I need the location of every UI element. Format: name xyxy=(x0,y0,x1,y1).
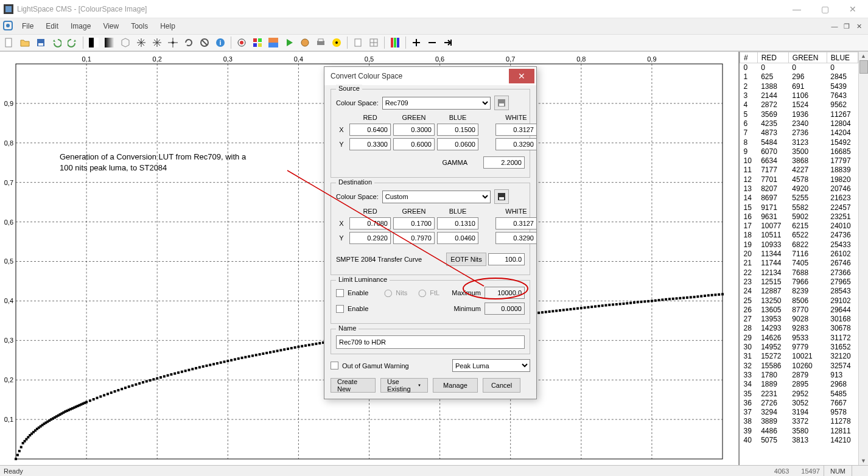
table-row[interactable]: 31152721002132120 xyxy=(740,352,858,361)
table-row[interactable]: 213886915439 xyxy=(740,82,858,91)
table-row[interactable]: 36272630527667 xyxy=(740,398,858,407)
table-row[interactable]: 16252962845 xyxy=(740,72,858,82)
table-row[interactable]: 2914626953331172 xyxy=(740,333,858,342)
refresh-icon[interactable] xyxy=(182,36,195,49)
table-row[interactable]: 85484312315492 xyxy=(740,138,858,147)
target-icon[interactable] xyxy=(425,36,439,49)
dst-red-x[interactable] xyxy=(349,217,391,229)
table-row[interactable]: 34188928952968 xyxy=(740,380,858,389)
scroll-up-icon[interactable]: ▲ xyxy=(861,52,866,60)
table-row[interactable]: 2312515796627965 xyxy=(740,277,858,286)
snowflake-icon[interactable] xyxy=(150,36,164,49)
eotf-nits-input[interactable] xyxy=(488,253,525,265)
table-row[interactable]: 2713953902830168 xyxy=(740,315,858,324)
manage-button[interactable]: Manage xyxy=(433,378,478,393)
grid-icon[interactable] xyxy=(367,36,380,49)
table-row[interactable]: 1710077621524010 xyxy=(740,222,858,231)
menu-edit[interactable]: Edit xyxy=(41,19,63,33)
table-scrollbar[interactable]: ▲ ▼ xyxy=(858,52,868,465)
save-icon[interactable] xyxy=(34,36,47,49)
table-row[interactable]: 53569193611267 xyxy=(740,110,858,119)
save-dest-icon[interactable] xyxy=(494,189,509,204)
table-row[interactable]: 32155861026032574 xyxy=(740,361,858,370)
menu-image[interactable]: Image xyxy=(66,19,96,33)
table-row[interactable]: 3317802879913 xyxy=(740,370,858,379)
burst2-icon[interactable] xyxy=(166,36,180,49)
dst-green-y[interactable] xyxy=(393,232,435,244)
dst-blue-y[interactable] xyxy=(437,232,478,244)
minimize-button[interactable]: — xyxy=(783,0,811,18)
min-enable-checkbox[interactable] xyxy=(336,305,344,313)
src-blue-y[interactable] xyxy=(437,138,478,150)
scroll-thumb[interactable] xyxy=(859,60,868,74)
dst-green-x[interactable] xyxy=(393,217,435,229)
play-icon[interactable] xyxy=(282,36,296,49)
table-row[interactable]: 2111744740526746 xyxy=(740,259,858,268)
burst-icon[interactable] xyxy=(135,36,148,49)
table-row[interactable]: 0000 xyxy=(740,63,858,72)
src-blue-x[interactable] xyxy=(437,124,478,136)
gamut-mode-select[interactable]: Peak Luma xyxy=(452,359,530,372)
clipboard-icon[interactable] xyxy=(351,36,365,49)
cube-icon[interactable] xyxy=(119,36,132,49)
dst-blue-x[interactable] xyxy=(437,217,478,229)
menu-tools[interactable]: Tools xyxy=(126,19,153,33)
mdi-minimize-icon[interactable]: — xyxy=(829,21,840,32)
table-row[interactable]: 2412887823928543 xyxy=(740,287,858,296)
max-enable-checkbox[interactable] xyxy=(336,289,344,297)
create-new-button[interactable]: Create New xyxy=(331,378,376,393)
col-green[interactable]: GREEN xyxy=(788,52,827,63)
cancel-button[interactable]: Cancel xyxy=(483,378,520,393)
gamut-warning-checkbox[interactable] xyxy=(331,362,338,369)
dst-white-y[interactable] xyxy=(495,232,537,244)
close-button[interactable]: ✕ xyxy=(839,0,867,18)
colors-icon[interactable] xyxy=(251,36,264,49)
menu-view[interactable]: View xyxy=(98,19,124,33)
src-green-x[interactable] xyxy=(393,124,435,136)
src-white-x[interactable] xyxy=(495,124,537,136)
table-row[interactable]: 3214411067643 xyxy=(740,91,858,100)
src-gamma[interactable] xyxy=(483,156,525,169)
grayscale-icon[interactable] xyxy=(87,36,100,49)
table-row[interactable]: 169631590223251 xyxy=(740,212,858,221)
col-blue[interactable]: BLUE xyxy=(827,52,858,63)
table-row[interactable]: 35223129525485 xyxy=(740,389,858,398)
table-row[interactable]: 106634386817797 xyxy=(740,156,858,165)
table-row[interactable]: 2011344711626102 xyxy=(740,249,858,258)
table-row[interactable]: 2814293928330678 xyxy=(740,324,858,333)
table-row[interactable]: 159171558222457 xyxy=(740,203,858,212)
dialog-titlebar[interactable]: Convert Colour Space ✕ xyxy=(324,67,536,85)
use-existing-button[interactable]: Use Existing▼ xyxy=(380,378,428,393)
mdi-close-icon[interactable]: ✕ xyxy=(853,21,864,32)
table-row[interactable]: 1810511652224736 xyxy=(740,231,858,240)
rgb-bars-icon[interactable] xyxy=(388,36,402,49)
table-row[interactable]: 394486358012811 xyxy=(740,426,858,435)
redo-icon[interactable] xyxy=(66,36,79,49)
save-source-icon[interactable] xyxy=(494,96,509,110)
table-row[interactable]: 138207492020746 xyxy=(740,184,858,193)
gradient-icon[interactable] xyxy=(103,36,116,49)
col-index[interactable]: # xyxy=(740,52,758,63)
dialog-close-button[interactable]: ✕ xyxy=(509,69,534,83)
new-file-icon[interactable] xyxy=(2,36,16,49)
name-input[interactable] xyxy=(336,335,525,349)
dst-white-x[interactable] xyxy=(495,217,537,229)
src-red-y[interactable] xyxy=(349,138,391,150)
table-row[interactable]: 3014952977931652 xyxy=(740,342,858,351)
table-row[interactable]: 96070350016685 xyxy=(740,147,858,156)
undo-icon[interactable] xyxy=(50,36,63,49)
move-icon[interactable] xyxy=(410,36,423,49)
open-folder-icon[interactable] xyxy=(18,36,32,49)
mdi-restore-icon[interactable]: ❐ xyxy=(841,21,852,32)
record-icon[interactable] xyxy=(235,36,248,49)
table-row[interactable]: 405075381314210 xyxy=(740,435,858,444)
palette-icon[interactable] xyxy=(267,36,280,49)
table-row[interactable]: 37329431949578 xyxy=(740,407,858,416)
table-row[interactable]: 2513250850629102 xyxy=(740,296,858,305)
info-icon[interactable]: i xyxy=(214,36,227,49)
menu-file[interactable]: File xyxy=(17,19,38,33)
deny-icon[interactable] xyxy=(198,36,211,49)
dest-space-select[interactable]: Custom xyxy=(382,191,491,203)
globe-icon[interactable] xyxy=(298,36,312,49)
table-row[interactable]: 4287215249562 xyxy=(740,100,858,110)
